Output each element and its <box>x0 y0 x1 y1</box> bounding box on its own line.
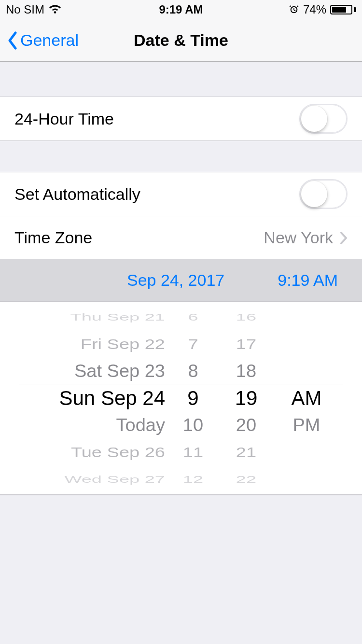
cell-label: Time Zone <box>14 228 92 247</box>
battery-icon <box>330 5 356 14</box>
picker-option: 11 <box>169 441 217 463</box>
picker-option-selected: Sun Sep 24 <box>24 385 169 412</box>
cell-label: 24-Hour Time <box>14 110 114 128</box>
group-time-format: 24-Hour Time <box>0 97 362 141</box>
picker-option: PM <box>275 412 338 438</box>
picker-option: 12 <box>169 472 217 487</box>
picker-option-selected: 9 <box>169 385 217 412</box>
back-label: General <box>20 31 79 50</box>
picker-option: 16 <box>217 309 275 324</box>
picker-option: Thu Sep 21 <box>24 309 169 324</box>
datetime-picker: Wed Sep 20 Thu Sep 21 Fri Sep 22 Sat Sep… <box>0 302 362 495</box>
picker-option-selected: AM <box>275 385 338 412</box>
picker-option-selected: 19 <box>217 385 275 412</box>
picker-option: 18 <box>217 358 275 384</box>
picker-option: Tue Sep 26 <box>24 441 169 463</box>
picker-option: 6 <box>169 309 217 324</box>
chevron-left-icon <box>7 31 18 50</box>
cell-set-automatically: Set Automatically <box>0 172 362 216</box>
cell-current-datetime[interactable]: Sep 24, 2017 9:19 AM <box>0 259 362 302</box>
group-date-time: Set Automatically Time Zone New York Sep… <box>0 172 362 495</box>
carrier-label: No SIM <box>6 3 44 16</box>
picker-option: 10 <box>169 412 217 438</box>
picker-option: Today <box>24 412 169 438</box>
picker-option: 8 <box>169 358 217 384</box>
time-zone-value: New York <box>264 228 333 247</box>
picker-option: Fri Sep 22 <box>24 333 169 355</box>
wifi-icon <box>48 4 62 15</box>
picker-option: Wed Sep 27 <box>24 472 169 487</box>
alarm-icon <box>289 4 299 15</box>
picker-column-hour[interactable]: 5 6 7 8 9 10 11 12 1 <box>169 302 217 494</box>
back-button[interactable]: General <box>0 31 79 50</box>
picker-column-day[interactable]: Wed Sep 20 Thu Sep 21 Fri Sep 22 Sat Sep… <box>24 302 169 494</box>
current-date-label: Sep 24, 2017 <box>127 271 224 290</box>
picker-option: 7 <box>169 333 217 355</box>
nav-bar: General Date & Time <box>0 19 362 62</box>
toggle-set-automatically[interactable] <box>299 179 348 209</box>
picker-column-ampm[interactable]: AM PM <box>275 302 338 494</box>
picker-option: 22 <box>217 472 275 487</box>
toggle-24-hour-time[interactable] <box>299 104 348 134</box>
status-bar: No SIM 9:19 AM 74% <box>0 0 362 19</box>
chevron-right-icon <box>340 231 348 245</box>
cell-time-zone[interactable]: Time Zone New York <box>0 216 362 259</box>
cell-24-hour-time: 24-Hour Time <box>0 97 362 140</box>
cell-label: Set Automatically <box>14 185 140 204</box>
picker-option: Sat Sep 23 <box>24 358 169 384</box>
current-time-label: 9:19 AM <box>278 271 338 290</box>
picker-option: 21 <box>217 441 275 463</box>
battery-percent: 74% <box>303 3 326 16</box>
picker-option: 17 <box>217 333 275 355</box>
picker-option: 20 <box>217 412 275 438</box>
picker-column-minute[interactable]: 15 16 17 18 19 20 21 22 23 <box>217 302 275 494</box>
